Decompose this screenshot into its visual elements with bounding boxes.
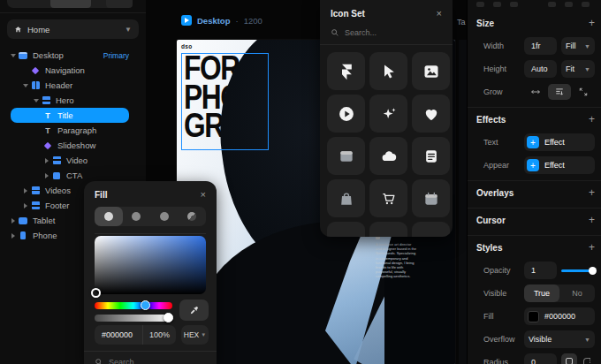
- radius-uniform-button[interactable]: [561, 353, 577, 364]
- opacity-label: Opacity: [476, 266, 511, 275]
- color-saturation-area[interactable]: [95, 236, 206, 294]
- icon-tile-partial[interactable]: [369, 222, 407, 237]
- alpha-knob[interactable]: [164, 313, 173, 322]
- icon-tile-play[interactable]: [327, 95, 365, 133]
- eyedropper-button[interactable]: [179, 300, 209, 321]
- fill-type-image-tab[interactable]: [179, 207, 207, 226]
- height-input[interactable]: Auto: [524, 60, 557, 78]
- radius-per-corner-button[interactable]: [579, 353, 595, 364]
- icon-tile-notes[interactable]: [412, 137, 450, 175]
- selection-box[interactable]: [181, 53, 269, 150]
- alpha-value[interactable]: 100%: [142, 325, 176, 345]
- alpha-slider[interactable]: [95, 315, 172, 322]
- caret-icon[interactable]: [9, 54, 18, 57]
- tree-item-slideshow[interactable]: Slideshow: [9, 138, 129, 153]
- grow-horizontal-button[interactable]: [524, 84, 546, 100]
- fill-label: Fill: [476, 312, 494, 321]
- add-effect-button[interactable]: +: [589, 113, 595, 125]
- add-appear-effect-button[interactable]: + Effect: [524, 156, 595, 174]
- icon-tile-partial[interactable]: [412, 222, 450, 237]
- caret-icon[interactable]: [21, 84, 30, 87]
- radius-input[interactable]: 0: [524, 353, 557, 364]
- page-selector[interactable]: Home ▼: [7, 19, 139, 39]
- play-circle-icon: [338, 105, 355, 123]
- width-mode-select[interactable]: Fill ▼: [561, 37, 595, 55]
- hue-slider[interactable]: [95, 302, 172, 309]
- caret-icon[interactable]: [21, 188, 30, 193]
- tree-item-header[interactable]: Header: [9, 78, 129, 93]
- tree-item-title-selected[interactable]: T Title: [11, 108, 129, 123]
- color-format-select[interactable]: HEX ▼: [181, 325, 209, 345]
- close-icon[interactable]: ×: [201, 189, 206, 200]
- radius-label: Radius: [476, 358, 508, 364]
- fill-search-input[interactable]: [109, 358, 197, 364]
- width-input[interactable]: 1fr: [524, 37, 557, 55]
- visible-toggle: True No: [524, 284, 595, 302]
- icon-tile-cloud[interactable]: [369, 137, 407, 175]
- text-effect-row: Text + Effect: [476, 131, 595, 154]
- caret-icon[interactable]: [42, 173, 51, 178]
- hex-input[interactable]: #000000 100%: [95, 325, 176, 345]
- icon-tile-shopping-cart[interactable]: [369, 179, 407, 217]
- icon-tile-framer[interactable]: [327, 52, 365, 90]
- text-effect-label: Text: [476, 138, 498, 147]
- frame-breadcrumb[interactable]: Desktop · 1200: [181, 15, 262, 26]
- caret-icon[interactable]: [9, 233, 18, 239]
- tree-item-paragraph[interactable]: T Paragraph: [9, 123, 129, 138]
- hex-value[interactable]: #000000: [95, 330, 133, 339]
- tablet-frame-partial-label[interactable]: Ta: [457, 18, 466, 27]
- sparkles-icon: [380, 105, 398, 123]
- grow-stack-button[interactable]: [548, 84, 570, 100]
- tree-item-video[interactable]: Video: [9, 153, 129, 168]
- framer-icon: [338, 63, 355, 80]
- icon-tile-calendar[interactable]: [412, 179, 450, 217]
- tree-item-label: Hero: [56, 95, 74, 105]
- color-swatch[interactable]: [528, 311, 539, 322]
- add-style-button[interactable]: +: [589, 241, 595, 254]
- add-text-effect-button[interactable]: + Effect: [524, 133, 595, 151]
- fill-search-row[interactable]: [84, 351, 217, 364]
- hue-knob[interactable]: [141, 300, 150, 310]
- add-cursor-button[interactable]: +: [589, 214, 595, 226]
- caret-icon[interactable]: [9, 218, 18, 224]
- visible-true-option[interactable]: True: [524, 284, 559, 302]
- tree-item-desktop[interactable]: Desktop Primary: [9, 48, 129, 63]
- opacity-slider[interactable]: [561, 262, 595, 279]
- tree-item-navigation[interactable]: Navigation: [9, 63, 129, 78]
- icon-tile-sparkles[interactable]: [369, 95, 407, 133]
- caret-icon[interactable]: [32, 99, 41, 102]
- effects-section-title: Effects: [476, 115, 506, 125]
- play-icon[interactable]: [181, 15, 192, 26]
- frame-name[interactable]: Desktop: [197, 16, 230, 26]
- tree-item-label: CTA: [66, 171, 82, 180]
- icon-tile-partial[interactable]: [327, 222, 365, 237]
- tree-item-hero[interactable]: Hero: [9, 93, 129, 108]
- color-picker-knob[interactable]: [91, 288, 101, 298]
- icon-tile-cursor[interactable]: [369, 52, 407, 90]
- fill-color-control[interactable]: #000000: [524, 307, 595, 325]
- overflow-select[interactable]: Visible ▼: [524, 330, 595, 348]
- caret-icon[interactable]: [42, 158, 51, 163]
- icon-tile-shopping-bag[interactable]: [327, 179, 365, 217]
- opacity-input[interactable]: 1: [524, 262, 557, 279]
- visible-no-option[interactable]: No: [559, 284, 595, 302]
- icon-tile-browser[interactable]: [327, 137, 365, 175]
- linear-fill-icon: [132, 212, 141, 221]
- icon-search-input[interactable]: [345, 28, 433, 37]
- grow-expand-button[interactable]: [573, 84, 595, 100]
- expand-icon: [579, 87, 588, 96]
- icon-tile-heart[interactable]: [412, 95, 450, 133]
- stack-icon: [30, 81, 41, 89]
- fill-type-linear-tab[interactable]: [123, 207, 151, 226]
- uniform-radius-icon: [566, 358, 573, 364]
- caret-icon[interactable]: [21, 203, 30, 209]
- height-mode-select[interactable]: Fit ▼: [561, 60, 595, 78]
- close-icon[interactable]: ×: [437, 8, 442, 19]
- slider-knob[interactable]: [589, 267, 597, 275]
- icon-tile-image[interactable]: [412, 52, 450, 90]
- add-size-button[interactable]: +: [589, 17, 595, 29]
- fill-type-solid-tab[interactable]: [95, 207, 123, 226]
- icon-search-row[interactable]: [320, 22, 453, 45]
- fill-type-radial-tab[interactable]: [150, 207, 179, 226]
- add-overlay-button[interactable]: +: [589, 186, 595, 199]
